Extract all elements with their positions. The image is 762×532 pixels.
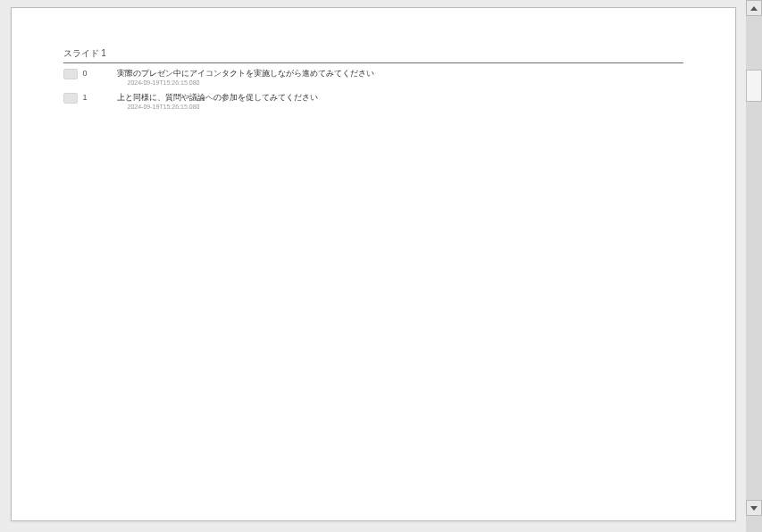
- comment-index: 0: [78, 69, 105, 78]
- chevron-down-icon: [750, 506, 758, 511]
- avatar: [63, 69, 78, 79]
- comment-body: 上と同様に、質問や議論への参加を促してみてください 2024-09-19T15:…: [105, 93, 318, 110]
- comment-text: 上と同様に、質問や議論への参加を促してみてください: [117, 93, 318, 103]
- avatar: [63, 93, 78, 104]
- comment-row: 0 実際のプレゼン中にアイコンタクトを実施しながら進めてみてください 2024-…: [63, 69, 683, 86]
- page-area: スライド 1 0 実際のプレゼン中にアイコンタクトを実施しながら進めてみてくださ…: [0, 0, 746, 532]
- scroll-up-button[interactable]: [746, 0, 762, 16]
- scroll-down-button[interactable]: [746, 500, 762, 516]
- scroll-thumb[interactable]: [746, 70, 762, 102]
- comment-row: 1 上と同様に、質問や議論への参加を促してみてください 2024-09-19T1…: [63, 93, 683, 110]
- comment-text: 実際のプレゼン中にアイコンタクトを実施しながら進めてみてください: [117, 69, 374, 79]
- viewport: スライド 1 0 実際のプレゼン中にアイコンタクトを実施しながら進めてみてくださ…: [0, 0, 762, 532]
- comment-meta: 2024-09-19T15:26:15.080: [117, 79, 374, 86]
- slide-heading: スライド 1: [63, 47, 683, 63]
- comment-body: 実際のプレゼン中にアイコンタクトを実施しながら進めてみてください 2024-09…: [105, 69, 374, 86]
- scrollbar-corner: [746, 516, 762, 532]
- chevron-up-icon: [750, 6, 758, 11]
- comment-index: 1: [78, 93, 105, 102]
- comment-meta: 2024-09-19T15:26:15.080: [117, 104, 318, 110]
- comments-page: スライド 1 0 実際のプレゼン中にアイコンタクトを実施しながら進めてみてくださ…: [11, 7, 736, 521]
- vertical-scrollbar[interactable]: [746, 0, 762, 532]
